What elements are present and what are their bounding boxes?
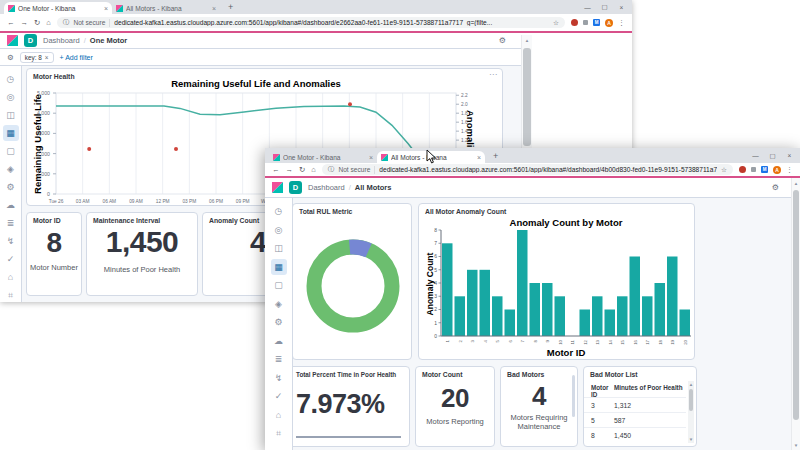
scroll-up-icon[interactable]: ▲ bbox=[792, 181, 800, 186]
visualize-icon[interactable]: ◫ bbox=[271, 240, 287, 256]
add-filter-link[interactable]: + Add filter bbox=[60, 54, 93, 61]
stack-management-icon[interactable]: ≡ bbox=[271, 444, 287, 450]
maps-icon[interactable]: ◈ bbox=[3, 161, 19, 177]
minimize-button[interactable]: — bbox=[579, 4, 596, 11]
recently-viewed-icon[interactable]: ◷ bbox=[3, 71, 19, 87]
page-scrollbar[interactable]: ▲ ▼ bbox=[791, 178, 800, 450]
panel-scrollbar-thumb[interactable] bbox=[572, 375, 575, 417]
scroll-down-icon[interactable]: ▼ bbox=[688, 437, 694, 442]
bar-motor-6[interactable] bbox=[505, 310, 516, 337]
discover-icon[interactable]: ◎ bbox=[3, 89, 19, 105]
uptime-icon[interactable]: ✓ bbox=[271, 388, 287, 404]
column-header-minutes[interactable]: Minutes of Poor Health bbox=[614, 384, 686, 398]
scrollbar-thumb[interactable] bbox=[793, 190, 799, 420]
back-button[interactable]: ← bbox=[7, 18, 15, 27]
recently-viewed-icon[interactable]: ◷ bbox=[271, 203, 287, 219]
tab-close-icon[interactable]: × bbox=[212, 5, 216, 12]
bookmark-star-icon[interactable]: ☆ bbox=[721, 166, 727, 174]
bar-motor-15[interactable] bbox=[617, 296, 628, 336]
discover-icon[interactable]: ◎ bbox=[271, 222, 287, 238]
browser-menu-icon[interactable]: ⋮ bbox=[786, 166, 793, 174]
scroll-up-icon[interactable]: ▲ bbox=[522, 38, 532, 43]
back-button[interactable]: ← bbox=[272, 165, 280, 174]
maximize-button[interactable]: ▢ bbox=[764, 152, 781, 160]
visualize-icon[interactable]: ◫ bbox=[3, 107, 19, 123]
dev-tools-icon[interactable]: ⌗ bbox=[271, 425, 287, 441]
bar-motor-13[interactable] bbox=[592, 296, 603, 336]
table-scrollbar[interactable]: ▲ ▼ bbox=[688, 381, 694, 443]
home-button[interactable]: ⌂ bbox=[46, 18, 51, 27]
siem-icon[interactable]: ⌂ bbox=[271, 407, 287, 423]
kibana-logo[interactable] bbox=[272, 182, 283, 193]
apm-icon[interactable]: ↯ bbox=[3, 233, 19, 249]
bar-motor-3[interactable] bbox=[467, 270, 478, 336]
extension-icon-m[interactable]: M bbox=[593, 19, 600, 26]
bar-motor-16[interactable] bbox=[630, 257, 641, 337]
filter-pill-key-8[interactable]: key: 8 × bbox=[20, 52, 54, 63]
settings-gear-icon[interactable]: ⚙ bbox=[499, 36, 506, 45]
breadcrumb-section[interactable]: Dashboard bbox=[308, 183, 345, 192]
logs-icon[interactable]: ≣ bbox=[3, 215, 19, 231]
new-tab-button[interactable]: + bbox=[493, 151, 498, 161]
infrastructure-icon[interactable]: ☁ bbox=[271, 333, 287, 349]
extension-icon-grey[interactable] bbox=[583, 20, 588, 25]
siem-icon[interactable]: ⌂ bbox=[3, 269, 19, 285]
bar-motor-1[interactable] bbox=[442, 243, 453, 336]
kibana-logo[interactable] bbox=[7, 35, 18, 46]
maps-icon[interactable]: ◈ bbox=[271, 296, 287, 312]
extension-icon-red[interactable] bbox=[739, 166, 746, 173]
bar-motor-4[interactable] bbox=[480, 270, 491, 336]
maximize-button[interactable]: ▢ bbox=[596, 3, 613, 11]
bar-motor-17[interactable] bbox=[642, 296, 653, 336]
reload-button[interactable]: ↻ bbox=[299, 165, 305, 174]
panel-menu-icon[interactable]: ⋯ bbox=[489, 70, 497, 79]
machine-learning-icon[interactable]: ⚙ bbox=[3, 179, 19, 195]
close-window-button[interactable]: × bbox=[613, 4, 630, 11]
tab-close-icon[interactable]: × bbox=[369, 154, 373, 161]
bar-motor-2[interactable] bbox=[455, 296, 466, 336]
bar-motor-19[interactable] bbox=[667, 257, 678, 337]
bar-motor-14[interactable] bbox=[605, 310, 616, 337]
bar-motor-5[interactable] bbox=[492, 296, 503, 336]
bar-motor-12[interactable] bbox=[580, 310, 591, 337]
uptime-icon[interactable]: ✓ bbox=[3, 251, 19, 267]
dev-tools-icon[interactable]: ⌗ bbox=[3, 287, 19, 302]
filter-settings-icon[interactable]: ⚙ bbox=[7, 53, 14, 62]
extension-icon-red[interactable] bbox=[571, 19, 578, 26]
tab-close-icon[interactable]: × bbox=[477, 154, 481, 161]
info-icon[interactable]: ⓘ bbox=[63, 18, 70, 27]
forward-button[interactable]: → bbox=[286, 165, 294, 174]
bar-motor-18[interactable] bbox=[655, 283, 666, 336]
tab-close-icon[interactable]: × bbox=[104, 5, 108, 12]
extension-icon-m[interactable]: M bbox=[761, 166, 768, 173]
dashboard-icon[interactable]: ▦ bbox=[271, 259, 287, 275]
new-tab-button[interactable]: + bbox=[228, 2, 233, 12]
dashboard-icon[interactable]: ▦ bbox=[3, 125, 19, 141]
breadcrumb-section[interactable]: Dashboard bbox=[43, 36, 80, 45]
apm-icon[interactable]: ↯ bbox=[271, 370, 287, 386]
scroll-up-icon[interactable]: ▲ bbox=[688, 382, 694, 387]
bar-motor-10[interactable] bbox=[555, 296, 566, 336]
home-button[interactable]: ⌂ bbox=[311, 165, 316, 174]
tab-all-motors-kibana[interactable]: All Motors - Kibana × bbox=[112, 2, 220, 14]
extension-icon-grey[interactable] bbox=[751, 167, 756, 172]
tab-one-motor-kibana[interactable]: One Motor - Kibana × bbox=[269, 151, 377, 163]
machine-learning-icon[interactable]: ⚙ bbox=[271, 314, 287, 330]
settings-gear-icon[interactable]: ⚙ bbox=[772, 183, 779, 192]
address-bar[interactable]: ⓘ Not secure dedicated-kafka1.eastus.clo… bbox=[57, 17, 565, 28]
scrollbar-thumb[interactable] bbox=[523, 48, 531, 146]
bar-motor-8[interactable] bbox=[530, 283, 541, 336]
filter-remove-icon[interactable]: × bbox=[45, 54, 49, 61]
forward-button[interactable]: → bbox=[21, 18, 29, 27]
tab-one-motor-kibana[interactable]: One Motor - Kibana × bbox=[4, 2, 112, 14]
profile-avatar[interactable]: A bbox=[773, 166, 781, 174]
infrastructure-icon[interactable]: ☁ bbox=[3, 197, 19, 213]
reload-button[interactable]: ↻ bbox=[34, 18, 40, 27]
address-bar[interactable]: ⓘ Not secure dedicated-kafka1.eastus.clo… bbox=[322, 164, 733, 175]
bookmark-star-icon[interactable]: ☆ bbox=[553, 19, 559, 27]
dashboard-app-icon[interactable]: D bbox=[24, 34, 37, 47]
bar-motor-7[interactable] bbox=[517, 230, 528, 336]
scroll-down-icon[interactable]: ▼ bbox=[792, 443, 800, 448]
close-window-button[interactable]: × bbox=[781, 152, 798, 159]
minimize-button[interactable]: — bbox=[747, 152, 764, 159]
